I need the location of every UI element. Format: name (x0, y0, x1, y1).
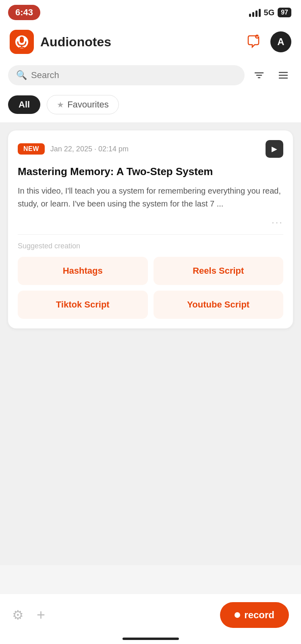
divider (18, 234, 283, 235)
card-date: Jan 22, 2025 · 02:14 pm (50, 145, 129, 153)
card-header-left: NEW Jan 22, 2025 · 02:14 pm (18, 143, 129, 155)
main-content: NEW Jan 22, 2025 · 02:14 pm ▶ Mastering … (0, 122, 301, 565)
app-logo (10, 30, 34, 54)
record-button[interactable]: record (220, 602, 289, 628)
note-card: NEW Jan 22, 2025 · 02:14 pm ▶ Mastering … (8, 130, 293, 328)
ai-chat-button[interactable] (243, 31, 264, 52)
hashtags-button[interactable]: Hashtags (18, 257, 148, 285)
user-avatar-button[interactable]: A (270, 31, 291, 52)
battery-indicator: 97 (278, 8, 291, 17)
network-label: 5G (264, 8, 275, 17)
search-input-wrapper: 🔍 (8, 65, 245, 85)
new-badge: NEW (18, 143, 45, 155)
app-title: Audionotes (40, 35, 237, 50)
settings-button[interactable]: ⚙ (12, 607, 24, 623)
tab-favourites-label: Favourites (67, 99, 109, 110)
record-dot-icon (235, 612, 240, 618)
signal-icon (249, 8, 261, 17)
reels-script-button[interactable]: Reels Script (154, 257, 284, 285)
card-title: Mastering Memory: A Two-Step System (18, 165, 283, 179)
app-header: Audionotes A (0, 23, 301, 60)
status-time: 6:43 (8, 5, 40, 20)
list-view-button[interactable] (274, 66, 293, 85)
card-preview: In this video, I'll teach you a system f… (18, 184, 283, 210)
mic-logo-icon (15, 35, 28, 48)
svg-rect-0 (20, 37, 24, 43)
more-options[interactable]: ··· (18, 217, 283, 228)
record-label: record (244, 609, 274, 621)
filter-tabs: All ★ Favourites (0, 92, 301, 122)
settings-icon: ⚙ (12, 608, 24, 622)
youtube-script-button[interactable]: Youtube Script (154, 291, 284, 319)
add-icon: + (37, 607, 45, 623)
search-area: 🔍 (0, 60, 301, 92)
suggestion-grid: Hashtags Reels Script Tiktok Script Yout… (18, 257, 283, 319)
bottom-bar: ⚙ + record (0, 594, 301, 644)
play-button[interactable]: ▶ (266, 140, 283, 158)
tiktok-script-button[interactable]: Tiktok Script (18, 291, 148, 319)
header-actions: A (243, 31, 291, 52)
tab-favourites[interactable]: ★ Favourites (47, 95, 119, 114)
play-icon: ▶ (272, 144, 277, 153)
avatar-label: A (277, 36, 284, 47)
status-bar: 6:43 5G 97 (0, 0, 301, 23)
search-icon: 🔍 (16, 70, 27, 80)
suggested-label: Suggested creation (18, 242, 283, 250)
tab-all[interactable]: All (8, 95, 40, 114)
search-input[interactable] (31, 70, 237, 80)
status-right: 5G 97 (249, 8, 291, 17)
add-button[interactable]: + (37, 607, 45, 623)
filter-button[interactable] (249, 66, 269, 85)
bottom-bar-left: ⚙ + (12, 607, 45, 623)
svg-point-3 (255, 35, 259, 39)
home-indicator (122, 638, 179, 640)
star-icon: ★ (57, 100, 64, 109)
card-header: NEW Jan 22, 2025 · 02:14 pm ▶ (18, 140, 283, 158)
